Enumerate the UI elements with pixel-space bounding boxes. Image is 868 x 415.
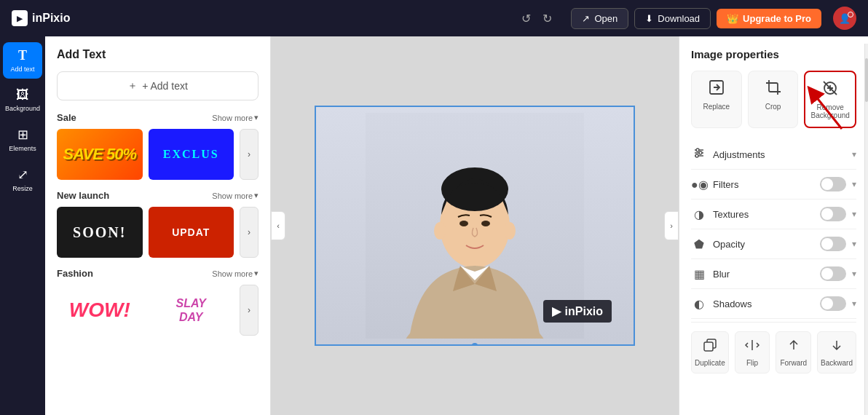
- textures-row[interactable]: ◑ Textures ▾: [691, 199, 856, 229]
- shadows-label: Shadows: [713, 299, 814, 309]
- fashion-item-wow[interactable]: WOW!: [57, 285, 143, 336]
- panel-toggle-left[interactable]: ‹: [271, 211, 285, 240]
- adjustments-row[interactable]: Adjustments ▾: [691, 140, 856, 170]
- open-icon: ↗: [582, 13, 590, 24]
- forward-tool[interactable]: Forward: [776, 331, 811, 374]
- adjustments-icon: [691, 147, 707, 162]
- watermark-badge: ▶ inPixio: [543, 300, 612, 323]
- download-button[interactable]: ⬇ Download: [634, 8, 711, 29]
- adjustments-chevron[interactable]: ▾: [852, 149, 856, 159]
- remove-bg-tool[interactable]: RemoveBackground: [804, 71, 856, 128]
- open-button[interactable]: ↗ Open: [571, 8, 628, 29]
- svg-point-8: [504, 222, 516, 240]
- adjustments-label: Adjustments: [713, 149, 846, 160]
- panel-toggle-right[interactable]: ›: [664, 211, 679, 240]
- blur-icon: ▦: [691, 267, 707, 281]
- filters-row[interactable]: ●◉ Filters ▾: [691, 170, 856, 199]
- blur-row[interactable]: ▦ Blur ▾: [691, 259, 856, 289]
- plus-icon: ＋: [127, 79, 138, 92]
- filters-chevron[interactable]: ▾: [852, 179, 856, 189]
- canvas-image[interactable]: ▶ inPixio: [315, 106, 635, 346]
- fashion-item-slayday[interactable]: SLAYDAY: [149, 285, 234, 336]
- textures-chevron[interactable]: ▾: [852, 209, 856, 219]
- crop-tool[interactable]: Crop: [748, 71, 799, 128]
- new-launch-item-soon[interactable]: SOON!: [57, 207, 143, 258]
- opacity-toggle[interactable]: [820, 237, 846, 251]
- canvas-resize-handle[interactable]: [471, 343, 478, 346]
- upgrade-button[interactable]: 👑 Upgrade to Pro: [717, 9, 821, 28]
- sale-next-button[interactable]: ›: [240, 129, 259, 180]
- crop-icon: [765, 79, 782, 100]
- right-scrollbar[interactable]: [864, 44, 868, 415]
- filters-toggle[interactable]: [820, 177, 846, 191]
- background-icon: 🖼: [16, 87, 29, 103]
- canvas-area: ‹: [271, 36, 679, 415]
- sidebar-item-add-text[interactable]: T Add text: [3, 42, 42, 79]
- duplicate-icon: [703, 338, 717, 356]
- add-text-icon: T: [18, 48, 27, 63]
- new-launch-item-update[interactable]: UPDAT: [149, 207, 234, 258]
- sale-item-save50[interactable]: SAVE 50%: [57, 129, 143, 180]
- fashion-next-button[interactable]: ›: [240, 285, 259, 336]
- new-launch-section-header: New launch Show more ▾: [57, 190, 259, 201]
- watermark-text: inPixio: [565, 305, 603, 318]
- replace-label: Replace: [703, 103, 730, 111]
- logo-icon: ▶: [12, 10, 28, 26]
- replace-tool[interactable]: Replace: [691, 71, 742, 128]
- header-nav: ↗ Open ⬇ Download 👑 Upgrade to Pro 👤: [571, 7, 856, 30]
- fashion-show-more[interactable]: Show more ▾: [212, 269, 259, 278]
- avatar[interactable]: 👤: [833, 7, 856, 30]
- sale-show-more[interactable]: Show more ▾: [212, 113, 259, 122]
- resize-icon: ⤢: [17, 167, 28, 183]
- new-launch-items-row: SOON! UPDAT ›: [57, 207, 259, 258]
- new-launch-title: New launch: [57, 190, 109, 201]
- fashion-section-header: Fashion Show more ▾: [57, 268, 259, 279]
- undo-redo-group: ↺ ↻: [517, 9, 556, 28]
- sidebar-item-resize[interactable]: ⤢ Resize: [3, 161, 42, 198]
- elements-icon: ⊞: [17, 127, 28, 143]
- flip-tool[interactable]: Flip: [735, 331, 770, 374]
- chevron-down-icon: ▾: [254, 113, 259, 122]
- flip-label: Flip: [746, 359, 758, 367]
- panel-title: Add Text: [57, 48, 259, 61]
- sidebar-item-background[interactable]: 🖼 Background: [3, 82, 42, 118]
- svg-point-5: [459, 221, 468, 226]
- blur-chevron[interactable]: ▾: [852, 269, 856, 279]
- svg-rect-17: [704, 342, 713, 351]
- forward-label: Forward: [780, 359, 807, 367]
- textures-label: Textures: [713, 209, 814, 220]
- opacity-row[interactable]: ⬟ Opacity ▾: [691, 229, 856, 259]
- left-panel: Add Text ＋ + Add text Sale Show more ▾ S…: [45, 36, 271, 415]
- blur-label: Blur: [713, 269, 814, 280]
- new-launch-next-button[interactable]: ›: [240, 207, 259, 258]
- crop-label: Crop: [765, 103, 781, 111]
- shadows-row[interactable]: ◐ Shadows ▾: [691, 289, 856, 319]
- app-logo: ▶ inPixio: [12, 10, 70, 26]
- opacity-chevron[interactable]: ▾: [852, 239, 856, 249]
- app-header: ▶ inPixio ↺ ↻ ↗ Open ⬇ Download 👑 Upgrad…: [0, 0, 868, 36]
- filters-label: Filters: [713, 179, 814, 190]
- duplicate-label: Duplicate: [695, 359, 725, 367]
- shadows-chevron[interactable]: ▾: [852, 299, 856, 309]
- blur-toggle[interactable]: [820, 266, 846, 281]
- sale-items-row: SAVE 50% EXCLUS ›: [57, 129, 259, 180]
- textures-toggle[interactable]: [820, 207, 846, 221]
- image-properties-title: Image properties: [691, 48, 856, 60]
- redo-button[interactable]: ↻: [538, 9, 556, 28]
- svg-point-7: [434, 222, 446, 240]
- bottom-tools: Duplicate Flip Forward: [691, 322, 856, 374]
- fashion-items-row: WOW! SLAYDAY ›: [57, 285, 259, 336]
- new-launch-show-more[interactable]: Show more ▾: [212, 191, 259, 200]
- backward-tool[interactable]: Backward: [817, 331, 856, 374]
- svg-point-12: [696, 149, 699, 151]
- sidebar-item-elements[interactable]: ⊞ Elements: [3, 121, 42, 158]
- replace-icon: [708, 79, 725, 100]
- scrollbar-thumb[interactable]: [865, 58, 868, 102]
- duplicate-tool[interactable]: Duplicate: [691, 331, 729, 374]
- opacity-icon: ⬟: [691, 237, 707, 251]
- add-text-button[interactable]: ＋ + Add text: [57, 71, 259, 100]
- shadows-icon: ◐: [691, 297, 707, 311]
- undo-button[interactable]: ↺: [517, 9, 535, 28]
- shadows-toggle[interactable]: [820, 296, 846, 311]
- sale-item-exclus[interactable]: EXCLUS: [149, 129, 234, 180]
